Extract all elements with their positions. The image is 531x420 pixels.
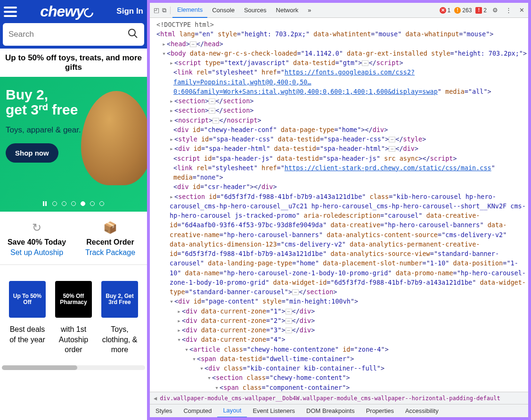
- settings-gear-icon[interactable]: ⚙: [490, 7, 500, 14]
- carousel-dot[interactable]: [99, 201, 104, 206]
- svg-line-1: [134, 35, 137, 38]
- search-input[interactable]: [8, 30, 127, 39]
- tab-console[interactable]: Console: [207, 3, 239, 18]
- inspect-icon[interactable]: ◰: [152, 7, 161, 14]
- kebab-menu-icon[interactable]: ⋮: [504, 7, 513, 14]
- issue-badge[interactable]: !2: [475, 7, 487, 14]
- devtools-panel: ◰ ⧉ Elements Console Sources Network » ✕…: [147, 0, 531, 420]
- error-badge[interactable]: ✕1: [440, 7, 451, 14]
- pause-icon[interactable]: [43, 201, 48, 206]
- carousel-dot[interactable]: [62, 201, 66, 206]
- search-row: [0, 23, 147, 49]
- warning-badge[interactable]: !263: [454, 7, 472, 14]
- track-package-action[interactable]: 📦 Recent Order Track Package: [74, 212, 147, 264]
- promo-card[interactable]: Buy 2, Get 3rd Free Toys, clothing, & mo…: [100, 281, 139, 355]
- sign-in-link[interactable]: Sign In: [116, 7, 143, 16]
- promo-bar[interactable]: Up to 50% off toys, treats, and more gif…: [0, 49, 147, 77]
- breadcrumb-chevron-icon[interactable]: ◀: [154, 395, 157, 402]
- carousel-dot[interactable]: [90, 201, 95, 206]
- tab-event-listeners[interactable]: Event Listeners: [247, 407, 301, 414]
- autoship-action[interactable]: ↻ Save 40% Today Set up Autoship: [0, 212, 74, 264]
- tab-accessibility[interactable]: Accessibility: [400, 407, 444, 414]
- tab-network[interactable]: Network: [271, 3, 303, 18]
- carousel-dot[interactable]: [52, 201, 57, 206]
- search-box[interactable]: [3, 23, 144, 46]
- tab-sources[interactable]: Sources: [239, 3, 271, 18]
- promo-card-row: Up To 50% Off Best deals of the year 50%…: [0, 265, 147, 362]
- quick-actions: ↻ Save 40% Today Set up Autoship 📦 Recen…: [0, 212, 147, 265]
- autoship-icon: ↻: [4, 221, 70, 234]
- package-icon: 📦: [77, 221, 143, 234]
- tab-more[interactable]: »: [303, 3, 316, 18]
- website-viewport: chewy Sign In Up to 50% off toys, treats…: [0, 0, 147, 420]
- hero-carousel[interactable]: Buy 2, get 3ʳᵈ free Toys, apparel & gear…: [0, 77, 147, 212]
- chewy-logo[interactable]: chewy: [21, 3, 113, 20]
- tab-computed[interactable]: Computed: [178, 407, 217, 414]
- hero-title: Buy 2, get 3ʳᵈ free: [6, 87, 141, 117]
- styles-tab-bar: Styles Computed Layout Event Listeners D…: [150, 404, 528, 417]
- carousel-pagination[interactable]: [0, 201, 147, 206]
- device-toggle-icon[interactable]: ⧉: [161, 7, 171, 14]
- promo-card[interactable]: Up To 50% Off Best deals of the year: [8, 281, 47, 355]
- tab-properties[interactable]: Properties: [360, 407, 400, 414]
- shop-now-button[interactable]: Shop now: [6, 143, 58, 163]
- dom-tree[interactable]: <!DOCTYPE html> <html lang="en" style="h…: [150, 18, 528, 392]
- tab-styles[interactable]: Styles: [150, 407, 178, 414]
- tab-layout[interactable]: Layout: [217, 404, 247, 418]
- site-header: chewy Sign In: [0, 0, 147, 23]
- hamburger-menu-icon[interactable]: [4, 7, 17, 17]
- promo-card[interactable]: 50% Off Pharmacy with 1st Autoship order: [54, 281, 93, 355]
- close-icon[interactable]: ✕: [517, 7, 526, 14]
- devtools-tab-bar: ◰ ⧉ Elements Console Sources Network » ✕…: [150, 3, 528, 18]
- horizontal-scrollbar[interactable]: [2, 365, 145, 370]
- dom-breadcrumb[interactable]: ◀ div.wallpaper-module_cms-wallpaper__Do…: [150, 392, 528, 404]
- carousel-dot[interactable]: [81, 201, 85, 206]
- search-icon[interactable]: [127, 28, 139, 41]
- carousel-dot[interactable]: [71, 201, 76, 206]
- tab-elements[interactable]: Elements: [172, 3, 207, 18]
- tab-dom-breakpoints[interactable]: DOM Breakpoints: [301, 407, 360, 414]
- hero-subtitle: Toys, apparel & gear.: [6, 125, 141, 135]
- scrollbar-thumb[interactable]: [2, 365, 77, 370]
- svg-point-0: [129, 29, 135, 36]
